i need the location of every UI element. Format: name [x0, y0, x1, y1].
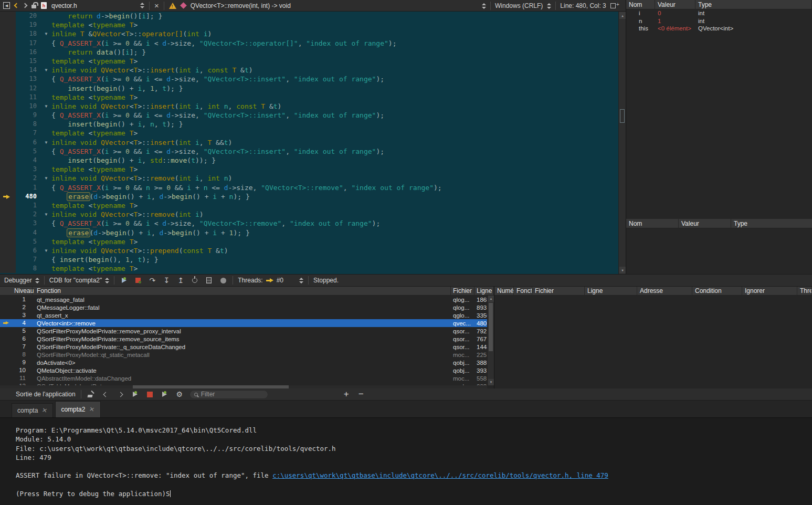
breakpoint-margin[interactable]	[0, 93, 16, 102]
previous-item-icon[interactable]	[101, 390, 111, 399]
code-line[interactable]: 1{ Q_ASSERT_X(i >= 0 && n >= 0 && i + n …	[0, 183, 626, 192]
breakpoint-margin[interactable]	[0, 219, 16, 228]
code-line[interactable]: 1template <typename T>	[0, 201, 626, 210]
forward-icon[interactable]	[23, 3, 28, 8]
perspective-dropdown-icon[interactable]	[35, 278, 39, 283]
code-line[interactable]: 18▼inline T &QVector<T>::operator[](int …	[0, 29, 626, 38]
scroll-up-icon[interactable]: ▲	[619, 12, 626, 19]
breakpoint-margin[interactable]	[0, 201, 16, 210]
breakpoint-margin[interactable]	[0, 156, 16, 165]
stack-row[interactable]: 11QAbstractItemModel::dataChangedmoc...5…	[0, 374, 494, 382]
breakpoint-margin[interactable]	[0, 183, 16, 192]
stack-row[interactable]: 3qt_assert_xqglo...3350	[0, 311, 494, 319]
code-line[interactable]: 2▼inline void QVector<T>::remove(int i, …	[0, 174, 626, 183]
step-over-icon[interactable]: ↷	[147, 276, 157, 285]
filter-input[interactable]	[201, 391, 263, 398]
stack-row[interactable]: 2QMessageLogger::fatalqlog...893	[0, 303, 494, 311]
split-editor-icon[interactable]	[610, 3, 616, 8]
stack-row[interactable]: 1qt_message_fatalqlog...1865	[0, 296, 494, 303]
scrollbar-thumb[interactable]	[489, 303, 493, 351]
breakpoint-margin[interactable]	[0, 84, 16, 93]
breakpoint-margin[interactable]	[0, 102, 16, 111]
next-item-icon[interactable]	[116, 390, 125, 399]
clear-output-icon[interactable]	[87, 390, 96, 399]
breakpoint-margin[interactable]	[0, 129, 16, 138]
config-dropdown-icon[interactable]	[105, 278, 109, 283]
rerun-debug-icon[interactable]	[160, 390, 170, 399]
zoom-out-icon[interactable]: −	[356, 390, 366, 399]
breakpoint-margin[interactable]	[0, 75, 16, 83]
zoom-in-icon[interactable]: +	[342, 390, 351, 399]
breakpoint-margin[interactable]	[0, 255, 16, 264]
source-view-icon[interactable]	[204, 276, 214, 285]
code-line[interactable]: 2▼inline void QVector<T>::remove(int i)	[0, 210, 626, 219]
breakpoint-margin[interactable]	[0, 138, 16, 147]
stack-row[interactable]: 9doActivate<0>qobj...3885	[0, 359, 494, 366]
code-line[interactable]: 5{ Q_ASSERT_X(i >= 0 && i <= d->size, "Q…	[0, 147, 626, 156]
stack-row[interactable]: 8QSortFilterProxyModel::qt_static_metaca…	[0, 351, 494, 359]
open-document-name[interactable]: qvector.h	[51, 2, 135, 9]
code-line[interactable]: 17{ Q_ASSERT_X(i >= 0 && i < d->size, "Q…	[0, 39, 626, 48]
editor-scrollbar[interactable]: ▲ ▼	[618, 12, 626, 274]
code-line[interactable]: 9{ Q_ASSERT_X(i >= 0 && i <= d->size, "Q…	[0, 111, 626, 120]
breakpoint-margin[interactable]	[0, 264, 16, 273]
stack-row[interactable]: 10QMetaObject::activateqobj...3931	[0, 366, 494, 374]
source-location-link[interactable]: c:\users\qt\work\qt\qtbase\include\qtcor…	[272, 471, 608, 479]
continue-debug-icon[interactable]	[119, 276, 129, 285]
breakpoint-margin[interactable]	[0, 29, 16, 38]
output-pane-label[interactable]: Sortie de l'application	[16, 391, 76, 398]
code-line[interactable]: 16 return data()[i]; }	[0, 48, 626, 57]
run-debug-icon[interactable]	[131, 390, 140, 399]
locals-row[interactable]: n1int	[626, 17, 812, 25]
reset-debugger-icon[interactable]	[190, 276, 199, 285]
breakpoint-margin[interactable]	[0, 48, 16, 57]
fold-marker-icon[interactable]: ▼	[41, 210, 51, 219]
code-line[interactable]: 20 return d->begin()[i]; }	[0, 12, 626, 20]
stack-row[interactable]: 7QSortFilterProxyModelPrivate::_q_source…	[0, 343, 494, 351]
close-tab-icon[interactable]: ✕	[41, 406, 48, 415]
unlock-icon[interactable]	[31, 5, 36, 8]
encoding-dropdown-icon[interactable]	[482, 3, 486, 9]
debugger-perspective-label[interactable]: Debugger	[4, 277, 32, 284]
thread-dropdown-icon[interactable]	[299, 278, 303, 283]
debugger-config-selector[interactable]: CDB for "compta2"	[49, 277, 102, 284]
step-into-icon[interactable]: ↧	[162, 276, 171, 285]
code-line[interactable]: 7{ insert(begin(), 1, t); }	[0, 255, 626, 264]
document-dropdown-icon[interactable]	[140, 3, 144, 8]
scrollbar-thumb[interactable]	[620, 109, 625, 123]
breakpoint-margin[interactable]	[0, 66, 16, 75]
close-tab-icon[interactable]: ✕	[89, 405, 96, 414]
record-icon[interactable]	[218, 276, 228, 285]
code-line[interactable]: 3template <typename T>	[0, 165, 626, 174]
breakpoint-margin[interactable]	[0, 228, 16, 237]
code-line[interactable]: 15template <typename T>	[0, 57, 626, 66]
sidebar-toggle-icon[interactable]: ◀	[3, 2, 10, 9]
breakpoint-margin[interactable]	[0, 210, 16, 219]
interrupt-debug-icon[interactable]	[133, 276, 143, 285]
code-line[interactable]: 4 erase(d->begin() + i, d->begin() + i +…	[0, 228, 626, 237]
output-tab-compta2[interactable]: compta2✕	[55, 401, 100, 417]
current-symbol-breadcrumb[interactable]: QVector<T>::remove(int, int) -> void	[191, 2, 291, 9]
stop-run-icon[interactable]	[145, 390, 155, 399]
code-line[interactable]: 6▼inline void QVector<T>::insert(int i, …	[0, 138, 626, 147]
breakpoint-margin[interactable]	[0, 237, 16, 246]
fold-marker-icon[interactable]: ▼	[41, 174, 51, 183]
back-icon[interactable]	[14, 3, 19, 8]
thread-selector[interactable]: #0	[277, 277, 283, 284]
fold-marker-icon[interactable]: ▼	[41, 102, 51, 111]
breakpoint-margin[interactable]	[0, 147, 16, 156]
code-line[interactable]: 8 insert(begin() + i, n, t); }	[0, 120, 626, 129]
code-line[interactable]: 4 insert(begin() + i, std::move(t)); }	[0, 156, 626, 165]
code-line[interactable]: 480 erase(d->begin() + i, d->begin() + i…	[0, 192, 626, 201]
fold-marker-icon[interactable]: ▼	[41, 66, 51, 75]
warning-icon[interactable]	[169, 3, 176, 9]
stack-scrollbar[interactable]: ▲ ▼	[487, 296, 494, 385]
code-line[interactable]: 10▼inline void QVector<T>::insert(int i,…	[0, 102, 626, 111]
output-text[interactable]: Program: E:\Programmes\Qt\5.14.0\msvc201…	[0, 418, 812, 498]
breakpoint-margin[interactable]	[0, 165, 16, 174]
breakpoint-margin[interactable]	[0, 57, 16, 66]
scroll-down-icon[interactable]: ▼	[619, 267, 626, 273]
output-tab-compta[interactable]: compta✕	[12, 403, 53, 417]
output-settings-icon[interactable]: ⚙	[175, 390, 184, 399]
scroll-up-icon[interactable]: ▲	[488, 296, 494, 302]
